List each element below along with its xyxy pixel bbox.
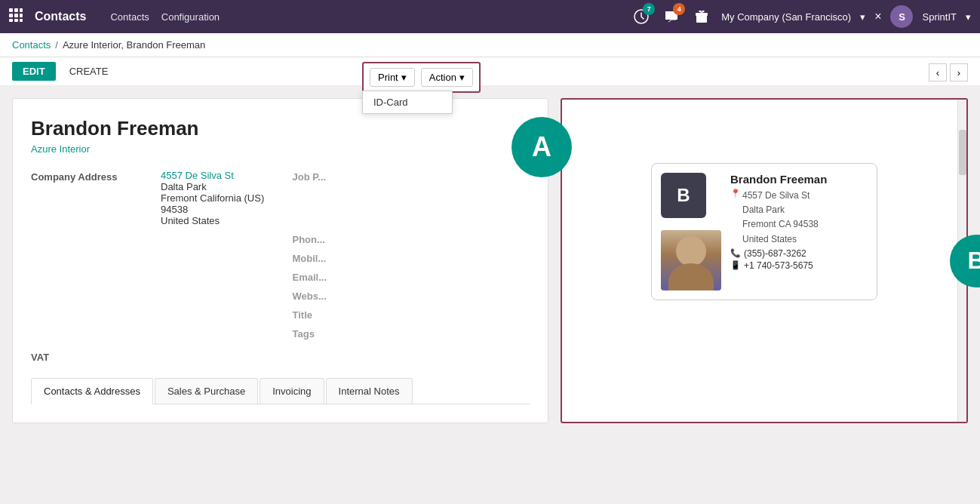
chat-badge[interactable]: 4 [661,6,682,27]
tags-value [407,327,530,340]
fields-grid: Company Address 4557 De Silva St Dalta P… [31,170,530,340]
print-label: Print [378,72,398,83]
tab-contacts[interactable]: Contacts & Addresses [31,378,153,404]
contact-name: Brandon Freeman [31,117,530,140]
svg-rect-0 [9,8,13,12]
title-value [407,308,530,321]
tab-invoicing[interactable]: Invoicing [260,378,324,404]
id-card-address: 4557 De Silva St Dalta Park Fremont CA 9… [742,189,819,247]
job-position-value [407,170,530,226]
vat-label: VAT [31,352,152,363]
username[interactable]: SprintIT [922,11,957,23]
svg-rect-6 [9,19,13,22]
mobile-value [407,251,530,264]
address-line1[interactable]: 4557 De Silva St [161,170,284,181]
mobile-label: Mobil... [293,251,398,264]
topbar: ​ Contacts Contacts Configuration 7 [0,0,980,33]
svg-rect-12 [696,13,708,16]
next-button[interactable]: › [950,63,968,81]
action-label: Action [429,72,456,83]
id-card-info: Brandon Freeman 📍 4557 De Silva St Dalta… [730,173,868,290]
topbar-right: 7 4 My Company (San Francisco) ▾ × S Spr… [631,5,971,28]
breadcrumb-current: Azure Interior, Brandon Freeman [63,39,205,51]
id-card-addr3: Fremont CA 94538 [742,217,819,232]
address-line4: United States [161,215,284,226]
address-pin-icon: 📍 [730,189,741,198]
close-icon[interactable]: × [874,10,881,23]
id-card-addr1: 4557 De Silva St [742,189,819,203]
user-dropdown-icon[interactable]: ▾ [966,11,971,23]
id-card-photo [661,230,721,290]
print-button[interactable]: Print ▾ [370,68,415,87]
breadcrumb: Contacts / Azure Interior, Brandon Freem… [0,33,980,57]
vat-row: VAT [31,352,530,363]
menu-item-idcard[interactable]: ID-Card [363,91,452,113]
tab-sales[interactable]: Sales & Purchase [155,378,258,404]
address-line3: Fremont California (US) 94538 [161,192,284,215]
id-card-logo: B [661,173,706,218]
id-card-mobile: +1 740-573-5675 [744,260,813,271]
svg-rect-8 [20,19,23,22]
mobile-icon: 📱 [730,260,741,270]
id-card-phone-row: 📞 (355)-687-3262 [730,248,868,259]
breadcrumb-parent[interactable]: Contacts [12,39,51,51]
job-position-label: Job P... [293,170,398,226]
address-line2: Dalta Park [161,181,284,192]
nav-contacts[interactable]: Contacts [110,11,149,23]
id-card-addr2: Dalta Park [742,203,819,217]
svg-rect-3 [9,14,13,17]
chat-badge-count: 4 [673,3,685,15]
dropdown-menu: ID-Card [362,91,453,114]
user-avatar[interactable]: S [890,5,913,28]
company-dropdown-icon[interactable]: ▾ [860,11,865,23]
company-address-label: Company Address [31,170,152,226]
svg-rect-2 [20,8,23,12]
right-panel: B Brandon Freeman 📍 4557 De Silva St Dal… [561,98,968,423]
b-circle: B [950,235,980,287]
main-content: A Brandon Freeman Azure Interior Company… [0,86,980,435]
website-value [407,289,530,302]
svg-rect-11 [696,15,707,23]
print-dropdown-arrow: ▾ [401,72,407,83]
id-card: B Brandon Freeman 📍 4557 De Silva St Dal… [651,163,877,300]
id-card-name: Brandon Freeman [730,173,868,186]
email-label: Email... [293,270,398,283]
nav-configuration[interactable]: Configuration [161,11,220,23]
action-button[interactable]: Action ▾ [421,68,473,87]
title-label: Title [293,308,398,321]
pagination: ‹ › [929,63,968,81]
create-button[interactable]: CREATE [62,62,116,81]
contact-avatar: A [512,117,572,177]
company-selector[interactable]: My Company (San Francisco) [721,11,851,23]
phone-label: Phon... [293,232,398,245]
phone-value [407,232,530,245]
svg-rect-1 [14,8,18,12]
clock-badge[interactable]: 7 [631,6,652,27]
tags-label: Tags [293,327,398,340]
contact-company[interactable]: Azure Interior [31,143,530,155]
company-address-values: 4557 De Silva St Dalta Park Fremont Cali… [161,170,284,226]
action-dropdown-arrow: ▾ [459,72,465,83]
id-card-mobile-row: 📱 +1 740-573-5675 [730,260,868,271]
phone-icon: 📞 [730,248,741,258]
svg-rect-4 [14,14,18,17]
grid-icon[interactable]: ​ [9,8,23,26]
breadcrumb-separator: / [55,39,58,51]
edit-button[interactable]: EDIT [12,62,56,81]
svg-rect-7 [14,19,18,22]
toolbar-dropdown-group: Print ▾ Action ▾ ID-Card [362,57,481,93]
prev-button[interactable]: ‹ [929,63,947,81]
svg-rect-5 [20,14,23,17]
topbar-nav: Contacts Configuration [110,11,619,23]
website-label: Webs... [293,289,398,302]
toolbar: EDIT CREATE Print ▾ Action ▾ ID-Card ‹ › [0,57,980,86]
scrollbar-thumb[interactable] [959,130,966,175]
tab-notes[interactable]: Internal Notes [326,378,413,404]
gift-icon[interactable] [691,6,712,27]
app-name: Contacts [35,10,86,23]
left-panel: A Brandon Freeman Azure Interior Company… [12,98,548,423]
id-card-addr4: United States [742,232,819,247]
tabs: Contacts & Addresses Sales & Purchase In… [31,378,530,404]
id-card-phone: (355)-687-3262 [744,248,806,259]
dropdown-buttons: Print ▾ Action ▾ [362,62,481,93]
